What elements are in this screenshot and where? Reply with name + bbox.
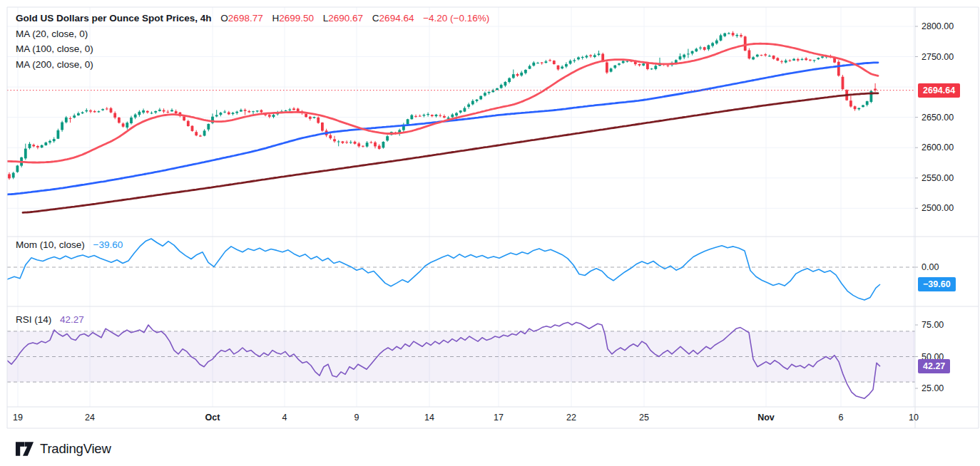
momentum-value-badge: −39.60: [918, 277, 956, 291]
time-axis-label: Oct: [196, 413, 229, 423]
price-axis-label: 2800.00: [922, 21, 954, 32]
time-axis-label: 6: [825, 413, 857, 423]
ma-line: [23, 93, 878, 212]
time-axis-label: 19: [1, 413, 34, 423]
time-axis-label: 25: [628, 413, 660, 423]
time-axis-label: Nov: [750, 413, 782, 423]
ohlc-open-value: 2698.77: [228, 13, 263, 24]
ma100-legend-row[interactable]: MA (100, close, 0): [16, 41, 489, 57]
symbol-title: Gold US Dollars per Ounce Spot Prices, 4…: [16, 13, 212, 24]
ohlc-close-label: C: [372, 13, 379, 24]
change-value: −4.20 (−0.16%): [423, 13, 489, 24]
rsi-value-badge: 42.27: [918, 359, 950, 373]
ohlc-close-value: 2694.64: [379, 13, 414, 24]
ma-line: [7, 63, 878, 195]
price-axis-label: 2550.00: [922, 172, 954, 184]
momentum-label: Mom (10, close): [16, 239, 85, 250]
momentum-line: [7, 239, 880, 300]
price-legend: Gold US Dollars per Ounce Spot Prices, 4…: [16, 11, 489, 72]
last-price-badge: 2694.64: [918, 83, 960, 98]
momentum-value: −39.60: [93, 239, 123, 250]
symbol-legend-row[interactable]: Gold US Dollars per Ounce Spot Prices, 4…: [16, 11, 489, 26]
ohlc-open-label: O: [220, 13, 228, 24]
time-axis-label: 17: [482, 413, 515, 423]
attribution-text: TradingView: [40, 441, 111, 457]
momentum-axis-label: 0.00: [922, 262, 939, 273]
ohlc-low-value: 2690.67: [328, 13, 363, 24]
ohlc-high-label: H: [272, 13, 279, 24]
price-axis-label: 2650.00: [922, 112, 954, 123]
rsi-axis-label: 25.00: [922, 383, 944, 394]
rsi-legend[interactable]: RSI (14) 42.27: [16, 314, 84, 325]
time-axis-label: 9: [340, 413, 373, 423]
rsi-label: RSI (14): [16, 314, 51, 325]
rsi-axis-label: 75.00: [922, 319, 944, 331]
ma200-legend-row[interactable]: MA (200, close, 0): [16, 57, 489, 73]
ma20-legend-row[interactable]: MA (20, close, 0): [16, 26, 489, 42]
tradingview-logo-icon: [15, 441, 34, 457]
ohlc-high-value: 2699.50: [279, 13, 314, 24]
price-axis-label: 2600.00: [922, 142, 954, 153]
time-axis-label: 14: [413, 413, 446, 423]
tradingview-chart: Gold US Dollars per Ounce Spot Prices, 4…: [0, 0, 980, 466]
price-axis-label: 2750.00: [922, 51, 954, 63]
momentum-legend[interactable]: Mom (10, close) −39.60: [16, 239, 123, 250]
price-axis-label: 2500.00: [922, 202, 954, 214]
time-axis-label: 4: [268, 413, 301, 423]
rsi-value: 42.27: [60, 314, 84, 325]
time-axis-label: 24: [73, 413, 106, 423]
time-axis-label: 22: [555, 413, 588, 423]
tradingview-logo[interactable]: TradingView: [15, 441, 111, 457]
time-axis-label: 10: [897, 413, 930, 423]
